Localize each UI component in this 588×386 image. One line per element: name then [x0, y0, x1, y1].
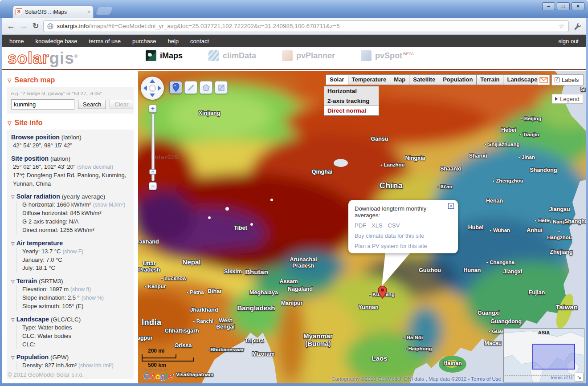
zoom-slider-handle[interactable]: −: [149, 169, 156, 175]
map-label-sikkim: Sikkim: [224, 268, 242, 275]
layer-tab-solar[interactable]: Solar: [326, 74, 348, 85]
nav-item-knowledge-base[interactable]: knowledge base: [36, 38, 78, 45]
layer-tab-temperature[interactable]: Temperature: [348, 74, 391, 85]
menu-item-direct-normal[interactable]: Direct normal: [324, 106, 379, 115]
layer-tab-satellite[interactable]: Satellite: [409, 74, 439, 85]
pan-right-icon[interactable]: [158, 85, 161, 91]
polygon-tool-button[interactable]: [200, 81, 212, 94]
site-marker-pin[interactable]: [378, 286, 387, 299]
pan-down-icon[interactable]: [150, 93, 155, 97]
section-header[interactable]: ▽Air temperature: [11, 240, 129, 247]
search-map-header[interactable]: ▽ Search map: [8, 76, 138, 84]
url-text[interactable]: solargis.info/imaps/#tl=GeoModel:dni_yr_…: [57, 23, 555, 29]
city-dot-icon: [207, 349, 209, 351]
maximize-button[interactable]: □: [557, 2, 570, 10]
search-button[interactable]: Search: [78, 100, 106, 109]
show-link[interactable]: (show %): [82, 295, 104, 301]
back-icon[interactable]: ←: [7, 22, 15, 30]
minimap-terms-link[interactable]: Terms of U: [550, 375, 572, 380]
product-pvspot[interactable]: pvSpotBETA: [361, 50, 414, 61]
address-bar[interactable]: solargis.info/imaps/#tl=GeoModel:dni_yr_…: [43, 20, 569, 32]
minimap-resize-icon[interactable]: ↘: [575, 373, 584, 382]
globe-icon: [47, 23, 53, 29]
search-input[interactable]: [11, 99, 74, 110]
minimap-viewport[interactable]: [532, 344, 575, 370]
buy-climate-data-link[interactable]: Buy climate data for this site: [355, 233, 452, 239]
plan-pv-system-link[interactable]: Plan a PV system for this site: [355, 243, 452, 249]
rectangle-tool-button[interactable]: [215, 81, 228, 94]
terms-of-use-link[interactable]: Terms of Use: [471, 376, 501, 382]
email-map-button[interactable]: [538, 75, 550, 85]
pan-up-icon[interactable]: [150, 79, 155, 83]
legend-button[interactable]: Legend: [552, 94, 583, 104]
download-xls-link[interactable]: XLS: [372, 222, 383, 229]
show-link[interactable]: (show decimal): [77, 164, 113, 170]
new-tab-button[interactable]: [96, 7, 113, 15]
show-link[interactable]: (show MJ/m²): [93, 202, 126, 208]
menu-item-2-axis-tracking[interactable]: 2-axis tracking: [324, 96, 379, 106]
pan-left-icon[interactable]: [143, 85, 147, 91]
menu-item-horizontal[interactable]: Horizontal: [324, 86, 379, 96]
solargis-logo[interactable]: solargis®: [8, 49, 78, 68]
wrench-icon[interactable]: [573, 22, 581, 30]
section-label: Browse position: [11, 134, 61, 141]
show-link[interactable]: (show inh./mi²): [78, 362, 114, 369]
imaps-icon: [146, 50, 156, 61]
download-csv-link[interactable]: CSV: [388, 222, 400, 229]
info-row: Yearly: 13.7 °C(show F): [22, 248, 129, 256]
section-header[interactable]: ▽Terrain (SRTM3): [11, 277, 129, 284]
site-info-header[interactable]: ▽ Site info: [8, 119, 138, 127]
scale-line-km: [142, 358, 194, 362]
map-label-kanpur: Kanpur: [144, 284, 166, 289]
info-row: 17号 Dongfeng East Rd, Panlong, Kunming,: [13, 171, 129, 180]
product-pvplanner[interactable]: pvPlanner: [282, 50, 335, 61]
site-nav: homeknowledge baseterms of usepurchasehe…: [2, 35, 586, 47]
map-label-si: Si: [580, 86, 586, 93]
section-header[interactable]: ▽Solar radiation (yearly average): [11, 193, 129, 200]
layer-tab-population[interactable]: Population: [439, 74, 477, 85]
ruler-tool-button[interactable]: [184, 81, 197, 94]
sign-out-link[interactable]: sign out: [558, 38, 579, 45]
forward-icon[interactable]: →: [20, 22, 28, 30]
info-text: Diffuse horizontal: 845 kWh/m²: [22, 210, 102, 216]
show-link[interactable]: (show F): [62, 248, 83, 255]
layer-tab-terrain[interactable]: Terrain: [477, 74, 503, 85]
zoom-in-button[interactable]: +: [149, 105, 157, 113]
layer-tab-landscape[interactable]: Landscape: [503, 74, 541, 85]
popup-close-icon[interactable]: ×: [448, 203, 454, 209]
nav-item-home[interactable]: home: [9, 38, 24, 45]
bookmark-star-icon[interactable]: ☆: [559, 22, 565, 30]
map-label-hubei: Hubei: [468, 224, 484, 231]
reload-icon[interactable]: ↻: [33, 22, 39, 30]
labels-checkbox-icon[interactable]: [555, 77, 559, 82]
marker-tool-button[interactable]: [169, 81, 182, 94]
section-header[interactable]: ▽Population (GPW): [11, 353, 129, 361]
rectangle-icon: [217, 84, 225, 92]
close-button[interactable]: ×: [572, 2, 584, 10]
overview-minimap[interactable]: ASIA Terms of U ↘: [503, 328, 584, 382]
show-link[interactable]: (show ft): [70, 286, 91, 293]
section-header[interactable]: ▽Landscape (GLC/CLC): [11, 316, 129, 323]
product-climdata[interactable]: climData: [208, 50, 256, 61]
product-switcher: iMapsclimDatapvPlannerpvSpotBETA: [146, 50, 414, 61]
clear-button[interactable]: Clear: [110, 100, 133, 109]
labels-toggle[interactable]: Labels: [551, 74, 584, 85]
browser-tab[interactable]: S SolarGIS :: iMaps ×: [12, 5, 94, 18]
nav-item-help[interactable]: help: [168, 38, 179, 45]
pan-hand-icon[interactable]: [149, 85, 156, 92]
map-canvas[interactable]: SolarGIS XinjiangGansuNingxiaLanzhouQing…: [138, 71, 586, 383]
tab-close-icon[interactable]: ×: [87, 8, 90, 15]
download-pdf-link[interactable]: PDF: [355, 222, 366, 229]
product-imaps[interactable]: iMaps: [146, 50, 183, 61]
zoom-out-button[interactable]: −: [149, 182, 157, 190]
minimize-button[interactable]: –: [542, 2, 555, 10]
pan-control[interactable]: [141, 77, 164, 100]
nav-item-contact[interactable]: contact: [190, 38, 209, 45]
nav-item-purchase[interactable]: purchase: [132, 38, 156, 45]
google-logo[interactable]: POWERED BY Google: [143, 368, 172, 381]
section-site-position: Site position (lat/lon)25° 02' 16", 102°…: [11, 155, 129, 188]
info-row: G 2-axis tracking: N/A: [22, 218, 129, 226]
layer-tab-map[interactable]: Map: [390, 74, 409, 85]
nav-item-terms-of-use[interactable]: terms of use: [89, 38, 121, 45]
city-dot-icon: [490, 230, 492, 232]
